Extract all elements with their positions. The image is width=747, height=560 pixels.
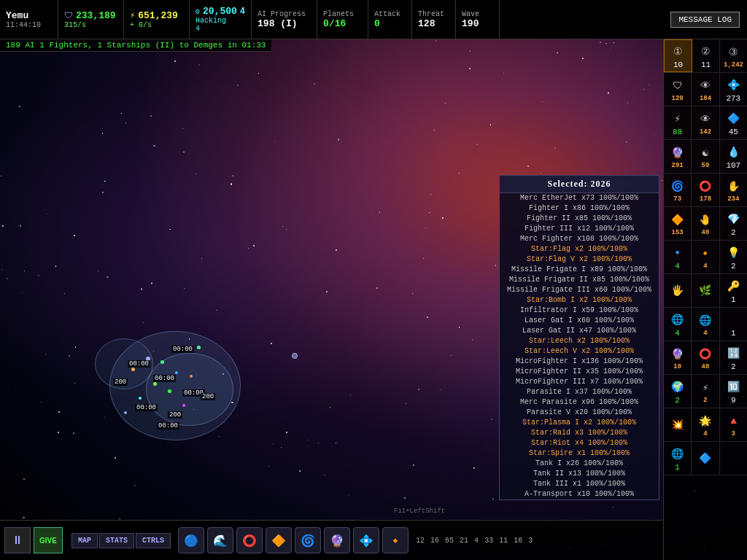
cell-number: 2 — [731, 228, 736, 237]
sidebar-cell-3-1[interactable]: ☯59 — [692, 140, 719, 173]
cell-icon: 🔟 — [724, 378, 742, 396]
cell-icon: 🌀 — [669, 178, 686, 195]
ship-entry: Star:Leech x2 100%/100% — [500, 336, 659, 346]
ship-dot — [182, 404, 185, 407]
sidebar-cell-9-2[interactable]: 🔢2 — [720, 341, 747, 374]
sidebar-cell-3-2[interactable]: 💧107 — [720, 140, 747, 173]
bottom-icon-btn-4[interactable]: 🌀 — [295, 527, 321, 553]
sidebar-cell-4-0[interactable]: 🌀73 — [664, 174, 692, 206]
sidebar-cell-8-2[interactable]: 1 — [720, 308, 747, 341]
cell-number: 11 — [701, 61, 711, 69]
bottom-icon-btn-5[interactable]: 🔮 — [324, 527, 350, 553]
sidebar-cell-11-0[interactable]: 💥 — [664, 408, 692, 441]
credits-section: 🛡 233,189 315/s — [58, 0, 124, 39]
bottom-icon-btn-2[interactable]: ⭕ — [236, 527, 263, 553]
shield-icon: 🛡 — [64, 10, 73, 21]
star-dot — [182, 128, 183, 129]
give-button[interactable]: GIVE — [34, 527, 63, 553]
sidebar-cell-0-2[interactable]: ③1,242 — [720, 39, 747, 72]
sidebar-cell-12-2[interactable] — [720, 442, 747, 475]
cell-number: 2 — [703, 397, 707, 404]
star-dot — [608, 92, 609, 93]
star-dot — [492, 498, 494, 499]
threat-label: Threat — [418, 10, 449, 18]
ship-entry: Tank II x13 100%/100% — [500, 469, 659, 479]
cell-icon: ① — [670, 43, 687, 61]
sidebar-cell-2-0[interactable]: ⚡88 — [664, 106, 692, 139]
sidebar-cell-10-1[interactable]: ⚡2 — [692, 375, 719, 408]
bottom-nums: 1216652143311163 — [411, 537, 537, 545]
sidebar-cell-7-0[interactable]: 🖐 — [664, 274, 692, 307]
star-dot — [55, 265, 56, 266]
sidebar-cell-6-1[interactable]: 🔸4 — [692, 241, 719, 273]
cell-number: 129 — [672, 95, 684, 102]
star-dot — [649, 85, 649, 85]
ship-entry: Tank I x26 100%/100% — [500, 459, 659, 469]
sidebar-cell-11-2[interactable]: 🔺3 — [720, 408, 747, 441]
message-log-button[interactable]: MESSAGE LOG — [670, 12, 740, 28]
sidebar-cell-5-2[interactable]: 💎2 — [720, 207, 747, 240]
star-dot — [153, 145, 155, 147]
wave-value: 190 — [462, 18, 493, 29]
sidebar-cell-3-0[interactable]: 🔮291 — [664, 140, 692, 173]
cell-icon: 🌐 — [669, 446, 686, 463]
nav-btn-ctrls[interactable]: CTRLS — [136, 533, 171, 548]
bottom-icon-btn-3[interactable]: 🔶 — [266, 527, 292, 553]
nav-buttons: MAPSTATSCTRLS — [67, 533, 175, 548]
cell-icon: 🌐 — [697, 312, 714, 330]
star-dot — [338, 139, 339, 140]
nav-btn-map[interactable]: MAP — [71, 533, 98, 548]
star-dot — [45, 354, 46, 354]
sidebar-cell-2-1[interactable]: 👁142 — [692, 106, 719, 139]
sidebar-cell-2-2[interactable]: 🔷45 — [720, 106, 747, 139]
star-dot — [445, 103, 446, 104]
sidebar-cell-0-0[interactable]: ①10 — [664, 39, 692, 72]
cell-number: 4 — [703, 430, 707, 438]
sidebar-cell-4-2[interactable]: ✋234 — [720, 174, 747, 206]
sidebar-cell-10-0[interactable]: 🌍2 — [664, 375, 692, 408]
planets-label: Planets — [323, 10, 362, 18]
sidebar-cell-7-1[interactable]: 🌿 — [692, 274, 719, 307]
cell-icon: 🔮 — [669, 346, 686, 363]
ship-entry: Fighter III x12 100%/100% — [500, 224, 659, 234]
bottom-icon-btn-6[interactable]: 💠 — [353, 527, 379, 553]
sidebar-cell-12-1[interactable]: 🔷 — [692, 442, 719, 475]
cell-icon: 🌿 — [697, 282, 714, 300]
sidebar-row: 🔮291☯59💧107 — [664, 140, 747, 174]
sidebar-cell-11-1[interactable]: 🌟4 — [692, 408, 719, 441]
ship-entry: Fighter I x86 100%/100% — [500, 203, 659, 214]
sidebar-cell-8-1[interactable]: 🌐4 — [692, 308, 719, 341]
cell-icon: 🔶 — [669, 211, 686, 229]
ship-entry: Merc Parasite x96 100%/100% — [500, 397, 659, 408]
ship-entry: Star:Bomb I x2 100%/100% — [500, 295, 659, 306]
sidebar-cell-1-0[interactable]: 🛡129 — [664, 73, 692, 106]
sidebar-row: 🔶153🤚40💎2 — [664, 207, 747, 241]
sidebar-cell-7-2[interactable]: 🔑1 — [720, 274, 747, 307]
star-dot — [473, 467, 475, 469]
sidebar-cell-1-1[interactable]: 👁184 — [692, 73, 719, 106]
bottom-icon-btn-7[interactable]: 🔸 — [382, 527, 409, 553]
cell-icon: 🔹 — [669, 244, 686, 262]
fleet-cluster[interactable]: 00:00 00:00 00:00 00:00 00:00 00:00 200 … — [88, 316, 306, 462]
sidebar-cell-1-2[interactable]: 💠273 — [720, 73, 747, 106]
nav-btn-stats[interactable]: STATS — [99, 533, 134, 548]
sidebar-cell-10-2[interactable]: 🔟9 — [720, 375, 747, 408]
star-dot — [436, 40, 437, 42]
bottom-icon-btn-1[interactable]: 🌊 — [207, 527, 233, 553]
star-dot — [442, 217, 444, 219]
bottom-num-3: 21 — [460, 537, 468, 545]
sidebar-cell-9-0[interactable]: 🔮10 — [664, 341, 692, 374]
pause-button[interactable]: ⏸ — [4, 527, 31, 553]
sidebar-cell-5-1[interactable]: 🤚40 — [692, 207, 719, 240]
sidebar-cell-9-1[interactable]: ⭕48 — [692, 341, 719, 374]
sidebar-cell-8-0[interactable]: 🌐4 — [664, 308, 692, 341]
bottom-icon-btn-0[interactable]: 🔵 — [178, 527, 204, 553]
sidebar-cell-6-0[interactable]: 🔹4 — [664, 241, 692, 273]
sidebar-cell-5-0[interactable]: 🔶153 — [664, 207, 692, 240]
sidebar-cell-0-1[interactable]: ②11 — [692, 39, 720, 72]
sidebar-cell-4-1[interactable]: ⭕178 — [692, 174, 719, 206]
sidebar-cell-6-2[interactable]: 💡2 — [720, 241, 747, 273]
cell-number: 45 — [729, 128, 738, 136]
sidebar-cell-12-0[interactable]: 🌐1 — [664, 442, 692, 475]
cell-icon: ⚡ — [697, 379, 714, 397]
